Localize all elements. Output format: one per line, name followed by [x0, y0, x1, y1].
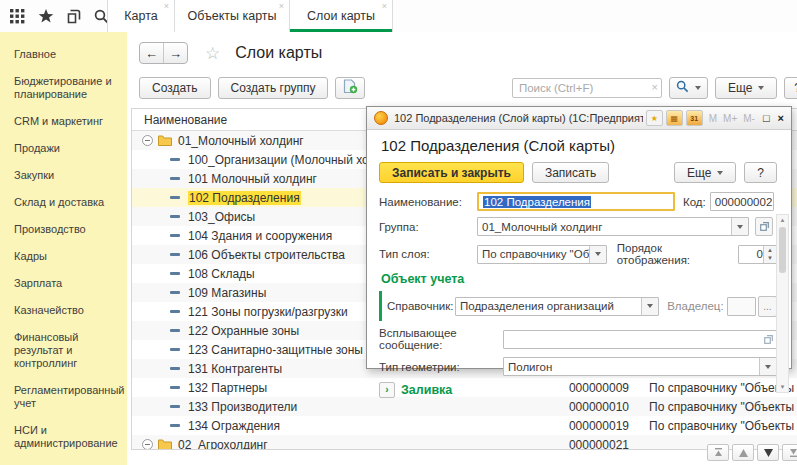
expand-node-icon[interactable] — [142, 439, 153, 450]
sidebar-item-9[interactable]: Зарплата — [14, 277, 121, 290]
expand-section-icon[interactable]: › — [379, 382, 395, 398]
tab-label: Объекты карты — [187, 9, 276, 23]
dialog-favorite-icon[interactable]: ★ — [646, 110, 663, 126]
add-favorite-star-icon[interactable]: ☆ — [205, 43, 220, 64]
list-item-icon — [170, 310, 180, 313]
search-input[interactable] — [512, 78, 662, 98]
search-options-button[interactable] — [669, 77, 708, 99]
group-combo[interactable]: 01_Молочный холдинг — [477, 217, 749, 236]
stepper-down-icon[interactable]: ▼ — [764, 254, 776, 263]
go-last-button[interactable] — [782, 444, 797, 461]
forward-button[interactable]: → — [164, 43, 187, 63]
chevron-down-icon[interactable] — [641, 298, 658, 315]
catalog-combo[interactable]: Подразделения организаций — [455, 297, 659, 316]
create-group-button[interactable]: Создать группу — [218, 77, 329, 99]
layer-type-combo[interactable]: По справочнику "Объекты — [477, 245, 607, 264]
sidebar-item-10[interactable]: Казначейство — [14, 304, 121, 317]
go-prev-button[interactable] — [732, 444, 754, 461]
chevron-down-icon[interactable] — [731, 218, 748, 235]
maximize-icon[interactable]: □ — [763, 112, 770, 124]
clear-search-icon[interactable]: × — [651, 81, 657, 93]
accounting-object-section-header: Объект учета — [381, 272, 777, 286]
apps-menu-icon[interactable] — [10, 8, 25, 25]
list-toolbar: Создать Создать группу × Еще — [139, 76, 797, 100]
code-label: Код: — [683, 196, 706, 208]
dialog-scrollbar[interactable]: ▲ ▼ — [776, 214, 789, 393]
display-order-stepper[interactable]: 0 ▲▼ — [738, 245, 777, 264]
help-button[interactable]: ? — [784, 77, 797, 99]
list-item-icon — [170, 424, 180, 427]
scale-m-minus-button[interactable]: M- — [743, 113, 755, 124]
close-icon[interactable]: × — [778, 112, 784, 124]
dialog-titlebar[interactable]: 102 Подразделения (Слой карты) (1С:Предп… — [367, 107, 791, 130]
tab-2[interactable]: Объекты карты× — [174, 0, 289, 32]
create-by-template-button[interactable] — [335, 77, 365, 99]
create-button[interactable]: Создать — [139, 77, 211, 99]
folder-icon — [158, 135, 172, 146]
list-row[interactable]: 133 Производители000000010По справочнику… — [132, 397, 797, 416]
group-field-row: Группа: 01_Молочный холдинг — [379, 217, 777, 236]
dialog-more-button[interactable]: Еще — [674, 162, 736, 183]
chevron-down-icon[interactable] — [589, 246, 606, 263]
search-box: × — [512, 78, 662, 98]
open-link-icon[interactable] — [764, 334, 773, 346]
scale-m-button[interactable]: M — [709, 113, 717, 124]
back-button[interactable]: ← — [140, 43, 164, 63]
tab-close-icon[interactable]: × — [164, 1, 169, 11]
dialog-more-label: Еще — [687, 166, 711, 180]
scroll-up-icon[interactable]: ▲ — [777, 215, 788, 225]
sidebar-item-7[interactable]: Производство — [14, 223, 121, 236]
recent-icon[interactable] — [67, 8, 81, 25]
go-next-button[interactable] — [757, 444, 779, 461]
calendar-icon[interactable]: 31 — [686, 110, 703, 126]
tab-close-icon[interactable]: × — [279, 1, 284, 11]
layer-type-label: Тип слоя: — [379, 248, 477, 260]
tab-close-icon[interactable]: × — [382, 1, 387, 11]
name-value: 102 Подразделения — [483, 196, 591, 208]
sidebar-item-3[interactable]: CRM и маркетинг — [14, 115, 121, 128]
group-value: 01_Молочный холдинг — [482, 221, 602, 233]
scroll-down-icon[interactable]: ▼ — [777, 382, 788, 392]
sidebar-item-5[interactable]: Закупки — [14, 169, 121, 182]
chevron-down-icon[interactable] — [759, 358, 776, 375]
tab-3[interactable]: Слои карты× — [289, 0, 393, 32]
owner-input[interactable] — [727, 297, 756, 316]
popup-message-input[interactable] — [503, 330, 777, 349]
dialog-buttons: Записать и закрыть Записать Еще ? — [379, 162, 777, 183]
go-first-button[interactable] — [707, 444, 729, 461]
save-button[interactable]: Записать — [532, 162, 609, 183]
list-item-icon — [170, 405, 180, 408]
row-label: 133 Производители — [188, 400, 297, 414]
calculator-icon[interactable]: ▦ — [666, 110, 683, 126]
stepper-up-icon[interactable]: ▲ — [764, 246, 776, 255]
owner-choose-button[interactable]: ... — [758, 296, 777, 317]
more-button[interactable]: Еще — [715, 77, 777, 99]
code-input[interactable]: 000000002 — [710, 192, 774, 211]
sidebar-item-2[interactable]: Бюджетирование и планирование — [14, 75, 121, 101]
sidebar-item-6[interactable]: Склад и доставка — [14, 196, 121, 209]
sidebar-item-8[interactable]: Кадры — [14, 250, 121, 263]
display-order-label: Порядок отображения: — [617, 242, 734, 266]
sidebar-item-11[interactable]: Финансовый результат и контроллинг — [14, 331, 121, 370]
search-icon — [676, 80, 689, 96]
layer-type-cell: По справочнику "Объекты ... — [639, 419, 797, 433]
tab-1[interactable]: Карта× — [107, 0, 174, 32]
list-item-icon — [170, 177, 180, 180]
scale-m-plus-button[interactable]: M+ — [723, 113, 737, 124]
sidebar-item-12[interactable]: Регламентированный учет — [14, 384, 121, 410]
favorites-star-icon[interactable] — [38, 8, 54, 25]
list-item-icon — [170, 215, 180, 218]
geometry-type-combo[interactable]: Полигон — [503, 357, 777, 376]
dialog-help-button[interactable]: ? — [744, 162, 777, 183]
name-input[interactable]: 102 Подразделения — [477, 192, 675, 211]
collapse-node-icon[interactable] — [142, 135, 153, 146]
open-link-icon[interactable] — [755, 217, 773, 236]
sidebar-item-13[interactable]: НСИ и администрирование — [14, 424, 121, 450]
sidebar-item-1[interactable]: Главное — [14, 48, 121, 61]
list-row[interactable]: 134 Ограждения000000019По справочнику "О… — [132, 416, 797, 435]
list-group-row[interactable]: 02_Агрохолдинг000000021 — [132, 435, 797, 450]
row-label: 134 Ограждения — [188, 419, 280, 433]
scrollbar-thumb[interactable] — [779, 227, 786, 273]
sidebar-item-4[interactable]: Продажи — [14, 142, 121, 155]
save-and-close-button[interactable]: Записать и закрыть — [379, 162, 524, 183]
